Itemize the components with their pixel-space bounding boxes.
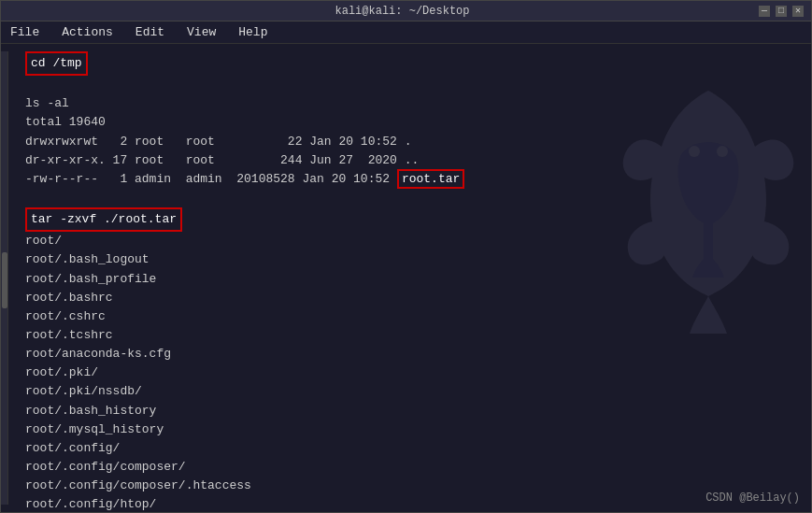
scrollbar-thumb[interactable] [2, 252, 7, 308]
menu-bar: File Actions Edit View Help [1, 21, 811, 44]
terminal-line: root/.pki/ [25, 363, 800, 382]
terminal-line: root/.bashrc [25, 289, 800, 307]
terminal-line: tar -zxvf ./root.tar [25, 207, 800, 232]
terminal-line: root/.tcshrc [25, 326, 800, 345]
minimize-button[interactable]: — [759, 6, 770, 17]
terminal-content: cd /tmp ls -altotal 19640drwxrwxrwt 2 ro… [25, 51, 800, 505]
terminal-line: drwxrwxrwt 2 root root 22 Jan 20 10:52 . [25, 133, 800, 151]
terminal-line: cd /tmp [25, 51, 800, 76]
terminal-body[interactable]: cd /tmp ls -altotal 19640drwxrwxrwt 2 ro… [1, 44, 811, 512]
menu-view[interactable]: View [183, 23, 220, 41]
maximize-button[interactable]: □ [776, 6, 787, 17]
terminal-line: root/.cshrc [25, 307, 800, 326]
terminal-window: kali@kali: ~/Desktop — □ ✕ File Actions … [0, 0, 812, 513]
command-highlight: cd /tmp [25, 51, 88, 76]
menu-actions[interactable]: Actions [58, 23, 117, 41]
file-highlight: root.tar [397, 169, 464, 189]
terminal-line: root/.config/ [25, 439, 800, 458]
terminal-line: root/.mysql_history [25, 420, 800, 439]
terminal-line [25, 189, 800, 207]
terminal-line: total 19640 [25, 113, 800, 132]
window-controls: — □ ✕ [759, 6, 804, 17]
menu-help[interactable]: Help [235, 23, 271, 41]
terminal-line: root/.config/composer/.htaccess [25, 477, 800, 495]
terminal-line: root/.bash_logout [25, 250, 800, 269]
terminal-line [25, 76, 800, 94]
menu-edit[interactable]: Edit [132, 23, 168, 41]
watermark: CSDN @Beilay() [705, 492, 800, 505]
terminal-line: root/anaconda-ks.cfg [25, 345, 800, 363]
window-title: kali@kali: ~/Desktop [46, 5, 759, 18]
terminal-line: root/.config/htop/ [25, 495, 800, 512]
terminal-line: ls -al [25, 94, 800, 113]
terminal-line: root/.pki/nssdb/ [25, 382, 800, 401]
close-button[interactable]: ✕ [792, 6, 804, 17]
terminal-line: root/ [25, 232, 800, 250]
title-bar: kali@kali: ~/Desktop — □ ✕ [1, 1, 811, 21]
scrollbar[interactable] [1, 51, 8, 505]
terminal-line: -rw-r--r-- 1 admin admin 20108528 Jan 20… [25, 170, 800, 189]
terminal-line: root/.bash_profile [25, 270, 800, 289]
command-highlight: tar -zxvf ./root.tar [25, 207, 182, 232]
menu-file[interactable]: File [7, 23, 43, 41]
terminal-line: root/.bash_history [25, 402, 800, 420]
terminal-line: root/.config/composer/ [25, 458, 800, 477]
terminal-line: dr-xr-xr-x. 17 root root 244 Jun 27 2020… [25, 151, 800, 170]
